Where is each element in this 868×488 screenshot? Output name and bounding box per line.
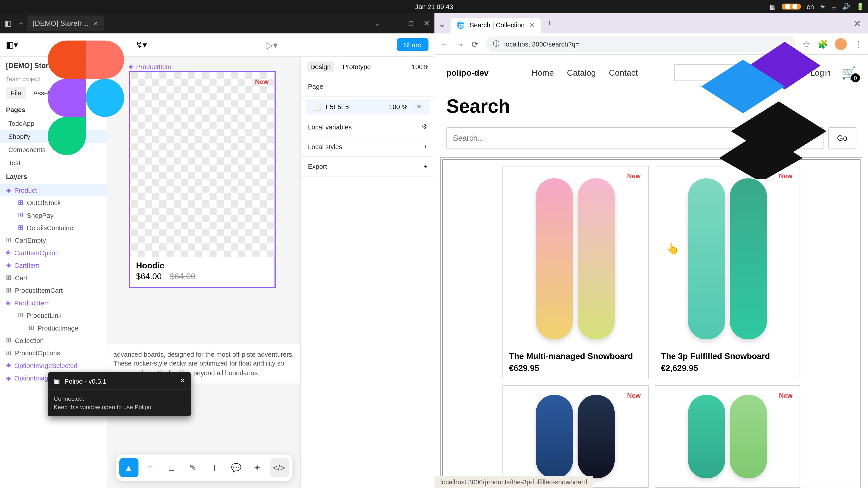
settings-icon[interactable]: ⚙	[421, 123, 427, 131]
dev-mode-icon[interactable]: ↯▾	[135, 40, 147, 50]
figma-canvas[interactable]: ◈ProductItem New Hoodie $64.00 $64.00 ad…	[107, 57, 300, 488]
figma-logo-icon[interactable]: ◧	[5, 19, 13, 27]
page-test[interactable]: Test	[0, 156, 107, 169]
product-price: €629.95	[509, 363, 642, 373]
cart-icon[interactable]: 🛒0	[841, 66, 856, 80]
frame-icon: ⊞	[18, 311, 23, 319]
layer-productoptions[interactable]: ⊞ProductOptions	[0, 347, 107, 359]
export-section[interactable]: Export+	[301, 157, 434, 176]
layer-cartitemoption[interactable]: ◈CartItemOption	[0, 246, 107, 259]
devmode-tool[interactable]: </>	[270, 458, 288, 477]
minimize-icon[interactable]: —	[391, 19, 398, 27]
pen-tool[interactable]: ✎	[184, 458, 203, 477]
results-frame: New The Multi-managed Snowboard €629.95 …	[440, 158, 862, 488]
file-tab[interactable]: File	[6, 87, 26, 99]
frame-tool[interactable]: ⌗	[141, 458, 160, 477]
figma-right-panel: Design Prototype 100% Page F5F5F5 100 % …	[300, 57, 434, 488]
close-window-icon[interactable]: ✕	[424, 19, 430, 27]
present-icon[interactable]: ▷▾	[266, 39, 278, 51]
product-card[interactable]: New The Multi-managed Snowboard €629.95	[502, 166, 648, 379]
site-info-icon[interactable]: ⓘ	[493, 39, 500, 48]
layer-productlink[interactable]: ⊞ProductLink	[0, 309, 107, 322]
nav-home[interactable]: Home	[532, 68, 554, 77]
battery-icon[interactable]: 🔋	[856, 3, 865, 10]
canvas-component-label[interactable]: ◈ProductItem	[129, 63, 171, 70]
close-icon[interactable]: ✕	[180, 377, 185, 385]
back-button[interactable]: ←	[440, 39, 449, 48]
text-tool[interactable]: T	[205, 458, 224, 477]
color-opacity[interactable]: 100 %	[389, 103, 408, 110]
component-icon: ◈	[6, 374, 11, 382]
browser-close-icon[interactable]: ✕	[850, 18, 865, 29]
forward-button[interactable]: →	[456, 39, 464, 48]
product-card[interactable]: New	[654, 385, 800, 488]
figma-menu-icon[interactable]: ◧▾	[6, 40, 18, 50]
product-price: $64.00 $64.00	[130, 271, 275, 287]
prototype-tab[interactable]: Prototype	[339, 61, 374, 72]
shape-tool[interactable]: □	[162, 458, 181, 477]
layer-outofstock[interactable]: ⊞OutOfStock	[0, 196, 107, 209]
reload-button[interactable]: ⟳	[471, 39, 479, 48]
grid-icon[interactable]: ▦	[770, 3, 776, 10]
figma-file-tab[interactable]: [DEMO] Storefr… ×	[27, 15, 104, 31]
local-styles-section[interactable]: Local styles+	[301, 137, 434, 157]
polipo-plugin-window[interactable]: ▣ Polipo - v0.5.1 ✕ Connected. Keep this…	[48, 372, 191, 416]
layer-collection[interactable]: ⊞Collection	[0, 334, 107, 346]
product-title: The Multi-managed Snowboard	[509, 346, 642, 363]
layer-cart[interactable]: ⊞Cart	[0, 271, 107, 284]
component-icon: ◈	[6, 249, 11, 256]
color-hex[interactable]: F5F5F5	[326, 103, 349, 110]
product-image	[661, 172, 794, 346]
volume-icon[interactable]: 🔊	[842, 3, 850, 10]
product-card[interactable]: New	[502, 385, 648, 488]
product-title: The 3p Fulfilled Snowboard	[661, 346, 794, 363]
figma-tab-title: [DEMO] Storefr…	[33, 19, 89, 27]
local-variables-section[interactable]: Local variables⚙	[301, 117, 434, 137]
page-bg-color[interactable]: F5F5F5 100 % 👁	[306, 99, 430, 115]
layer-product[interactable]: ◈Product	[0, 184, 107, 196]
maximize-icon[interactable]: □	[409, 19, 413, 27]
layer-details[interactable]: ⊞DetailsContainer	[0, 221, 107, 234]
layer-productimage[interactable]: ⊞ProductImage	[0, 322, 107, 334]
wifi-icon[interactable]: ⏚	[832, 3, 836, 10]
zoom-level[interactable]: 100%	[412, 63, 428, 70]
frame-icon: ⊞	[29, 324, 34, 332]
component-icon: ◈	[6, 299, 11, 306]
layer-productitem[interactable]: ◈ProductItem	[0, 296, 107, 309]
new-tab-icon[interactable]: +	[19, 19, 23, 27]
component-icon: ◈	[6, 261, 11, 269]
plus-icon[interactable]: +	[423, 163, 427, 170]
close-tab-icon[interactable]: ×	[94, 19, 98, 27]
layer-optionimagesel[interactable]: ◈OptionImageSelected	[0, 359, 107, 371]
move-tool[interactable]: ▲	[119, 458, 138, 477]
design-tab[interactable]: Design	[307, 61, 334, 72]
site-brand[interactable]: polipo-dev	[446, 68, 489, 77]
brightness-icon[interactable]: ☀	[820, 3, 826, 10]
plus-icon[interactable]: +	[423, 143, 427, 151]
browser-tab[interactable]: 🌐 Search | Collection ✕	[451, 18, 541, 33]
actions-tool[interactable]: ✦	[248, 458, 267, 477]
nav-catalog[interactable]: Catalog	[567, 68, 596, 77]
visibility-icon[interactable]: 👁	[416, 103, 423, 110]
new-tab-button[interactable]: +	[543, 17, 556, 30]
comment-tool[interactable]: 💬	[226, 458, 246, 477]
workspace-indicator[interactable]	[782, 4, 801, 9]
profile-avatar[interactable]	[835, 38, 847, 50]
chevron-down-icon[interactable]: ⌄	[374, 19, 380, 27]
product-card[interactable]: New The 3p Fulfilled Snowboard €2,629.95	[654, 166, 800, 379]
close-tab-icon[interactable]: ✕	[529, 21, 535, 29]
tab-list-icon[interactable]: ⌄	[438, 18, 446, 29]
new-badge: New	[627, 172, 641, 180]
canvas-product-item[interactable]: New Hoodie $64.00 $64.00	[129, 71, 276, 288]
color-swatch[interactable]	[313, 103, 321, 111]
nav-contact[interactable]: Contact	[609, 68, 638, 77]
layer-cartempty[interactable]: ⊞CartEmpty	[0, 234, 107, 246]
new-badge: New	[779, 392, 793, 399]
overlay-logo	[701, 42, 833, 182]
share-button[interactable]: Share	[397, 38, 429, 51]
lang-indicator[interactable]: en	[807, 3, 814, 10]
layer-cartitem[interactable]: ◈CartItem	[0, 259, 107, 271]
menu-icon[interactable]: ⋮	[854, 39, 862, 48]
layer-productitemcart[interactable]: ⊞ProductItemCart	[0, 284, 107, 296]
layer-shoppay[interactable]: ⊞ShopPay	[0, 209, 107, 221]
